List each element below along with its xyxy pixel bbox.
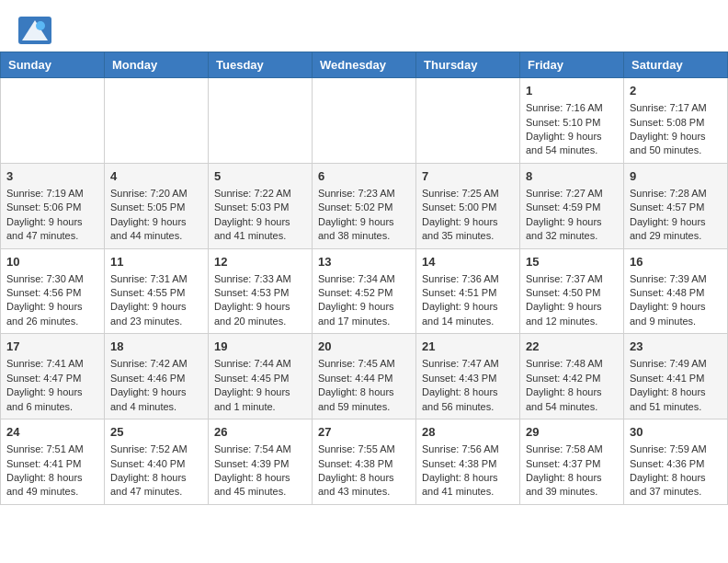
calendar-cell: 27Sunrise: 7:55 AM Sunset: 4:38 PM Dayli…	[313, 419, 416, 505]
day-info: Sunrise: 7:56 AM Sunset: 4:38 PM Dayligh…	[422, 442, 514, 500]
day-number: 18	[110, 339, 202, 355]
day-info: Sunrise: 7:48 AM Sunset: 4:42 PM Dayligh…	[526, 357, 618, 414]
day-header-wednesday: Wednesday	[313, 52, 416, 78]
day-header-monday: Monday	[105, 52, 209, 78]
calendar-cell: 11Sunrise: 7:31 AM Sunset: 4:55 PM Dayli…	[105, 248, 209, 334]
calendar-cell: 6Sunrise: 7:23 AM Sunset: 5:02 PM Daylig…	[313, 163, 416, 248]
calendar-cell: 8Sunrise: 7:27 AM Sunset: 4:59 PM Daylig…	[520, 163, 624, 248]
week-row-2: 3Sunrise: 7:19 AM Sunset: 5:06 PM Daylig…	[1, 163, 728, 248]
day-info: Sunrise: 7:51 AM Sunset: 4:41 PM Dayligh…	[6, 442, 98, 500]
day-number: 1	[526, 83, 618, 99]
svg-point-2	[36, 21, 45, 30]
day-number: 16	[630, 254, 722, 270]
day-info: Sunrise: 7:47 AM Sunset: 4:43 PM Dayligh…	[422, 357, 514, 414]
day-info: Sunrise: 7:33 AM Sunset: 4:53 PM Dayligh…	[214, 272, 306, 329]
day-info: Sunrise: 7:58 AM Sunset: 4:37 PM Dayligh…	[526, 442, 618, 500]
week-row-1: 1Sunrise: 7:16 AM Sunset: 5:10 PM Daylig…	[1, 78, 728, 164]
day-number: 19	[214, 339, 306, 355]
logo-icon	[18, 17, 51, 44]
calendar-cell: 29Sunrise: 7:58 AM Sunset: 4:37 PM Dayli…	[520, 419, 624, 505]
day-number: 3	[6, 168, 98, 185]
day-info: Sunrise: 7:44 AM Sunset: 4:45 PM Dayligh…	[214, 357, 306, 414]
calendar-cell: 20Sunrise: 7:45 AM Sunset: 4:44 PM Dayli…	[313, 334, 416, 419]
day-header-saturday: Saturday	[624, 52, 728, 78]
logo	[18, 17, 55, 44]
calendar-cell: 10Sunrise: 7:30 AM Sunset: 4:56 PM Dayli…	[1, 248, 105, 334]
day-header-sunday: Sunday	[1, 52, 105, 78]
day-info: Sunrise: 7:20 AM Sunset: 5:05 PM Dayligh…	[110, 187, 202, 244]
day-number: 13	[318, 254, 410, 270]
day-number: 4	[110, 168, 202, 185]
calendar-cell: 26Sunrise: 7:54 AM Sunset: 4:39 PM Dayli…	[209, 419, 313, 505]
day-number: 26	[214, 424, 306, 441]
day-info: Sunrise: 7:54 AM Sunset: 4:39 PM Dayligh…	[214, 442, 306, 500]
day-info: Sunrise: 7:42 AM Sunset: 4:46 PM Dayligh…	[110, 357, 202, 414]
day-number: 20	[318, 339, 410, 355]
day-number: 2	[630, 83, 722, 99]
day-number: 29	[526, 424, 618, 441]
day-info: Sunrise: 7:30 AM Sunset: 4:56 PM Dayligh…	[6, 272, 98, 329]
calendar-cell	[416, 78, 520, 164]
calendar-cell: 13Sunrise: 7:34 AM Sunset: 4:52 PM Dayli…	[313, 248, 416, 334]
calendar-cell: 14Sunrise: 7:36 AM Sunset: 4:51 PM Dayli…	[416, 248, 520, 334]
day-info: Sunrise: 7:27 AM Sunset: 4:59 PM Dayligh…	[526, 187, 618, 244]
calendar-cell	[209, 78, 313, 164]
day-info: Sunrise: 7:28 AM Sunset: 4:57 PM Dayligh…	[630, 187, 722, 244]
week-row-4: 17Sunrise: 7:41 AM Sunset: 4:47 PM Dayli…	[1, 334, 728, 419]
day-info: Sunrise: 7:37 AM Sunset: 4:50 PM Dayligh…	[526, 272, 618, 329]
day-number: 21	[422, 339, 514, 355]
calendar-cell: 3Sunrise: 7:19 AM Sunset: 5:06 PM Daylig…	[1, 163, 105, 248]
day-number: 17	[6, 339, 98, 355]
day-info: Sunrise: 7:52 AM Sunset: 4:40 PM Dayligh…	[110, 442, 202, 500]
day-header-thursday: Thursday	[416, 52, 520, 78]
day-number: 6	[318, 168, 410, 185]
day-info: Sunrise: 7:59 AM Sunset: 4:36 PM Dayligh…	[630, 442, 722, 500]
calendar-cell	[105, 78, 209, 164]
day-header-friday: Friday	[520, 52, 624, 78]
calendar-cell: 21Sunrise: 7:47 AM Sunset: 4:43 PM Dayli…	[416, 334, 520, 419]
calendar-cell: 1Sunrise: 7:16 AM Sunset: 5:10 PM Daylig…	[520, 78, 624, 164]
calendar-cell: 16Sunrise: 7:39 AM Sunset: 4:48 PM Dayli…	[624, 248, 728, 334]
day-number: 25	[110, 424, 202, 441]
week-row-3: 10Sunrise: 7:30 AM Sunset: 4:56 PM Dayli…	[1, 248, 728, 334]
calendar-cell: 23Sunrise: 7:49 AM Sunset: 4:41 PM Dayli…	[624, 334, 728, 419]
calendar-cell: 9Sunrise: 7:28 AM Sunset: 4:57 PM Daylig…	[624, 163, 728, 248]
calendar-cell	[313, 78, 416, 164]
calendar-table: SundayMondayTuesdayWednesdayThursdayFrid…	[0, 52, 728, 505]
calendar-cell: 2Sunrise: 7:17 AM Sunset: 5:08 PM Daylig…	[624, 78, 728, 164]
day-number: 8	[526, 168, 618, 185]
calendar-cell: 19Sunrise: 7:44 AM Sunset: 4:45 PM Dayli…	[209, 334, 313, 419]
calendar-cell: 17Sunrise: 7:41 AM Sunset: 4:47 PM Dayli…	[1, 334, 105, 419]
calendar-cell: 28Sunrise: 7:56 AM Sunset: 4:38 PM Dayli…	[416, 419, 520, 505]
calendar-cell: 4Sunrise: 7:20 AM Sunset: 5:05 PM Daylig…	[105, 163, 209, 248]
calendar-cell: 25Sunrise: 7:52 AM Sunset: 4:40 PM Dayli…	[105, 419, 209, 505]
day-header-tuesday: Tuesday	[209, 52, 313, 78]
day-number: 7	[422, 168, 514, 185]
calendar-cell: 15Sunrise: 7:37 AM Sunset: 4:50 PM Dayli…	[520, 248, 624, 334]
day-info: Sunrise: 7:23 AM Sunset: 5:02 PM Dayligh…	[318, 187, 410, 244]
week-row-5: 24Sunrise: 7:51 AM Sunset: 4:41 PM Dayli…	[1, 419, 728, 505]
day-info: Sunrise: 7:31 AM Sunset: 4:55 PM Dayligh…	[110, 272, 202, 329]
day-number: 24	[6, 424, 98, 441]
day-info: Sunrise: 7:41 AM Sunset: 4:47 PM Dayligh…	[6, 357, 98, 414]
calendar-header-row: SundayMondayTuesdayWednesdayThursdayFrid…	[1, 52, 728, 78]
day-info: Sunrise: 7:55 AM Sunset: 4:38 PM Dayligh…	[318, 442, 410, 500]
day-info: Sunrise: 7:16 AM Sunset: 5:10 PM Dayligh…	[526, 101, 618, 158]
day-number: 15	[526, 254, 618, 270]
day-number: 22	[526, 339, 618, 355]
day-info: Sunrise: 7:25 AM Sunset: 5:00 PM Dayligh…	[422, 187, 514, 244]
day-number: 23	[630, 339, 722, 355]
day-info: Sunrise: 7:39 AM Sunset: 4:48 PM Dayligh…	[630, 272, 722, 329]
day-info: Sunrise: 7:36 AM Sunset: 4:51 PM Dayligh…	[422, 272, 514, 329]
day-number: 28	[422, 424, 514, 441]
calendar-cell: 22Sunrise: 7:48 AM Sunset: 4:42 PM Dayli…	[520, 334, 624, 419]
day-number: 9	[630, 168, 722, 185]
calendar-cell: 5Sunrise: 7:22 AM Sunset: 5:03 PM Daylig…	[209, 163, 313, 248]
day-info: Sunrise: 7:19 AM Sunset: 5:06 PM Dayligh…	[6, 187, 98, 244]
day-info: Sunrise: 7:22 AM Sunset: 5:03 PM Dayligh…	[214, 187, 306, 244]
day-info: Sunrise: 7:49 AM Sunset: 4:41 PM Dayligh…	[630, 357, 722, 414]
day-info: Sunrise: 7:17 AM Sunset: 5:08 PM Dayligh…	[630, 101, 722, 158]
day-number: 27	[318, 424, 410, 441]
calendar-cell: 12Sunrise: 7:33 AM Sunset: 4:53 PM Dayli…	[209, 248, 313, 334]
calendar-cell: 18Sunrise: 7:42 AM Sunset: 4:46 PM Dayli…	[105, 334, 209, 419]
